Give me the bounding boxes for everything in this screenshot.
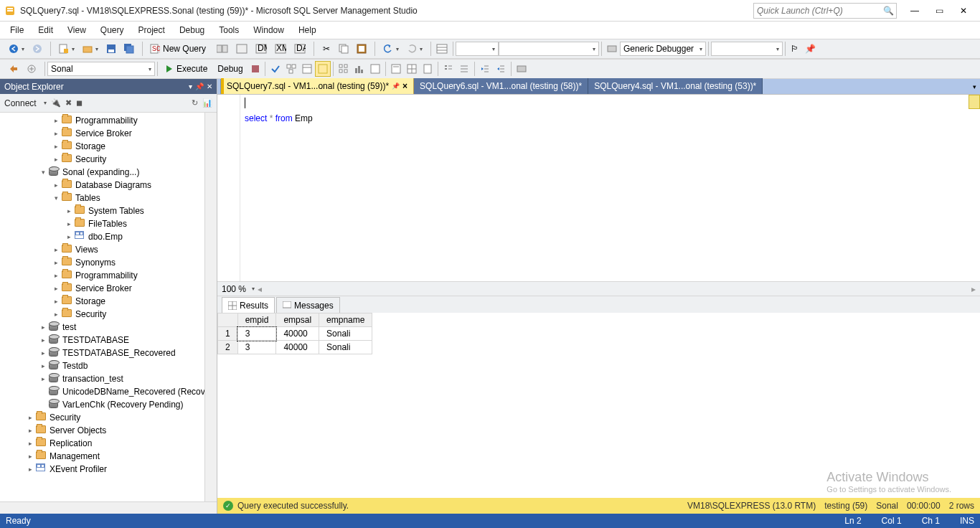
connect-label[interactable]: Connect [4,98,37,108]
specify-values-button[interactable] [514,61,529,77]
intellisense-button[interactable] [315,61,331,77]
menu-file[interactable]: File [3,22,31,39]
cell[interactable]: 40000 [276,327,319,341]
client-stats-button[interactable] [367,61,383,77]
expand-icon[interactable]: ▸ [39,374,47,383]
results-grid-button[interactable] [404,61,420,77]
pin-icon[interactable]: 📌 [392,82,400,90]
uncomment-button[interactable] [456,61,472,77]
tree-node[interactable]: VarLenChk (Recovery Pending) [0,398,217,411]
parse-button[interactable] [268,61,283,77]
copy-button[interactable] [336,41,352,57]
collapse-icon[interactable]: ▾ [39,168,47,176]
find-combo[interactable]: ▾ [711,42,783,56]
row-header-blank[interactable] [218,314,238,327]
live-stats-button[interactable] [352,61,367,77]
expand-icon[interactable]: ▸ [39,323,47,331]
undo-button[interactable]: ▾ [380,41,402,57]
column-header[interactable]: empname [319,314,372,327]
outdent-button[interactable] [477,61,493,77]
disconnect-icon[interactable]: ✖ [65,98,72,108]
results-file-button[interactable] [420,61,435,77]
cell[interactable]: 3 [237,341,276,354]
change-conn-icon[interactable] [24,61,39,77]
query-options-button[interactable] [299,61,315,77]
tab-overflow-icon[interactable]: ▾ [969,79,980,94]
panel-close-icon[interactable]: ✕ [207,82,212,90]
menu-project[interactable]: Project [131,22,172,39]
quick-launch[interactable]: 🔍 [753,3,897,19]
expand-icon[interactable]: ▸ [52,116,60,125]
expand-icon[interactable]: ▸ [52,181,60,189]
expand-icon[interactable]: ▸ [39,362,47,370]
tree-node[interactable]: ▸Programmability [0,269,217,282]
tree-node[interactable]: ▸test [0,321,217,334]
cell[interactable]: 40000 [276,341,319,354]
table-row[interactable]: 2340000Sonali [218,341,372,354]
tree-node[interactable]: ▸Views [0,243,217,256]
panel-dropdown-icon[interactable]: ▾ [189,82,192,90]
nav-back-button[interactable]: ▾ [6,41,27,57]
tree-node[interactable]: ▸FileTables [0,217,217,230]
tree-node[interactable]: ▸Management [0,450,217,463]
tree-node[interactable]: ▾Tables [0,192,217,204]
dmx-button[interactable]: DMX [253,41,270,57]
dax-button[interactable]: DAX [291,41,308,57]
expand-icon[interactable]: ▸ [26,465,34,473]
xmla-button[interactable]: XMLA [272,41,289,57]
row-number[interactable]: 2 [218,341,238,354]
tree-scrollbar-y[interactable] [204,113,217,501]
object-explorer-tree[interactable]: ▸Programmability▸Service Broker▸Storage▸… [0,113,217,501]
as-button[interactable] [233,41,250,57]
cell[interactable]: Sonali [319,327,372,341]
menu-window[interactable]: Window [246,22,291,39]
tree-node[interactable]: ▸Storage [0,140,217,153]
tree-node[interactable]: ▸Programmability [0,114,217,127]
cell[interactable]: Sonali [319,341,372,354]
cut-button[interactable]: ✂ [319,41,334,57]
expand-icon[interactable]: ▸ [52,271,60,280]
tree-node[interactable]: ▸XEvent Profiler [0,463,217,476]
indent-button[interactable] [493,61,509,77]
quick-launch-input[interactable] [757,6,883,16]
save-button[interactable] [103,41,119,57]
expand-icon[interactable]: ▸ [52,284,60,293]
search-icon[interactable]: 🔍 [883,6,893,16]
connect-plug-icon[interactable]: 🔌 [51,98,61,108]
database-combo[interactable]: Sonal▾ [47,62,155,76]
menu-edit[interactable]: Edit [31,22,60,39]
results-grid[interactable]: empidempsalempname1340000Sonali2340000So… [217,313,980,498]
document-tab[interactable]: SQLQuery7.sql - VM1...onal (testing (59)… [221,78,414,94]
expand-icon[interactable]: ▸ [52,258,60,267]
refresh-icon[interactable]: ↻ [192,98,198,108]
tree-node[interactable]: ▸TESTDATABASE [0,334,217,346]
debugger-combo[interactable]: Generic Debugger▾ [620,42,706,56]
tree-node[interactable]: ▸transaction_test [0,372,217,385]
expand-icon[interactable]: ▸ [52,155,60,164]
sql-editor[interactable]: select * from Emp [217,95,980,281]
new-query-button[interactable]: sql New Query [145,41,211,57]
column-header[interactable]: empsal [276,314,319,327]
menu-query[interactable]: Query [93,22,131,39]
document-tab[interactable]: SQLQuery6.sql - VM1...onal (testing (58)… [414,78,588,94]
tab-messages[interactable]: Messages [276,297,340,313]
expand-icon[interactable]: ▸ [65,220,73,228]
tree-node[interactable]: ▸Service Broker [0,127,217,140]
open-button[interactable]: ▾ [80,41,101,57]
expand-icon[interactable]: ▸ [52,142,60,151]
tool-grid-icon[interactable] [433,41,451,57]
include-plan-button[interactable] [336,61,352,77]
tab-results[interactable]: Results [222,297,275,313]
row-number[interactable]: 1 [218,327,238,341]
expand-icon[interactable]: ▸ [39,336,47,344]
menu-tools[interactable]: Tools [212,22,246,39]
tree-node[interactable]: ▸Security [0,411,217,424]
tree-node[interactable]: ▸TESTDATABASE_Recovered [0,346,217,359]
platform-combo[interactable]: ▾ [499,42,599,56]
table-row[interactable]: 1340000Sonali [218,327,372,341]
expand-icon[interactable]: ▸ [39,349,47,357]
tree-node[interactable]: ▸Replication [0,437,217,450]
tree-node[interactable]: ▾Sonal (expanding...) [0,166,217,179]
zoom-value[interactable]: 100 % [222,284,246,294]
tree-scrollbar-x[interactable] [0,501,217,514]
